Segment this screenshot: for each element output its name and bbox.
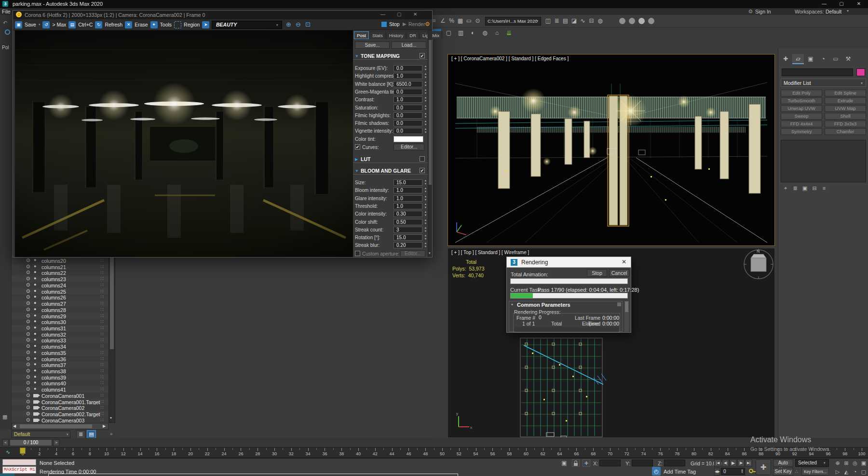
explorer-vscrollbar[interactable]: ▾ xyxy=(108,256,115,423)
vfb-maximize-icon[interactable]: ▢ xyxy=(397,12,401,17)
visibility-eye-icon[interactable]: ⊙ xyxy=(26,325,30,330)
spinner-arrows[interactable]: ▲▼ xyxy=(423,120,428,127)
y-coordinate-field[interactable] xyxy=(632,460,653,466)
history-icon[interactable]: ↺ xyxy=(42,21,50,28)
set-key-button[interactable]: Set Key xyxy=(773,468,793,476)
go-to-start-button[interactable]: |◀ xyxy=(714,459,721,467)
key-filters-button[interactable]: Key Filters... xyxy=(801,468,829,476)
lut-checkbox[interactable] xyxy=(420,156,425,162)
tab-display-icon[interactable]: ▭ xyxy=(830,54,841,64)
next-frame-step-button[interactable]: |▶ xyxy=(737,459,745,467)
macro-recorder-field[interactable] xyxy=(2,459,36,465)
custom-aperture-checkbox[interactable] xyxy=(355,251,360,256)
undo-icon[interactable]: ↶ xyxy=(3,20,7,26)
expand-footer-icon[interactable]: » xyxy=(110,431,113,436)
render-flag-icon[interactable]: ∷ xyxy=(100,276,103,281)
display-mode-button[interactable]: ≣ xyxy=(76,430,85,438)
vfb-scroll-thumb[interactable] xyxy=(429,40,432,185)
parameter-value-field[interactable]: 1.0 xyxy=(393,73,422,79)
vfb-scroll-down-icon[interactable]: ▾ xyxy=(429,251,431,255)
render-flag-icon[interactable]: ∷ xyxy=(100,288,103,294)
mirror-icon[interactable]: ◫ xyxy=(544,17,552,25)
visibility-eye-icon[interactable]: ⊙ xyxy=(26,380,30,385)
workspace-dropdown[interactable]: Default xyxy=(826,9,841,14)
refresh-button[interactable]: Refresh xyxy=(105,22,122,27)
modifier-button[interactable]: Edit Poly xyxy=(781,90,822,96)
remove-modifier-icon[interactable]: ⊟ xyxy=(811,184,818,192)
bloom-checkbox[interactable]: ✔ xyxy=(420,168,425,173)
pin-stack-icon[interactable]: ⌖ xyxy=(782,184,789,192)
visibility-eye-icon[interactable]: ⊙ xyxy=(26,270,30,275)
modifier-list-dropdown[interactable]: Modifier List ▾ xyxy=(781,79,866,87)
modifier-button[interactable]: Chamfer xyxy=(825,128,866,135)
color-tint-swatch[interactable] xyxy=(393,136,423,142)
aperture-editor-button[interactable]: Editor... xyxy=(400,250,425,257)
render-flag-icon[interactable]: ∷ xyxy=(100,313,103,318)
vfb-render-button[interactable]: Render xyxy=(408,21,425,27)
visibility-eye-icon[interactable]: ⊙ xyxy=(26,264,30,269)
render-flag-icon[interactable]: ∷ xyxy=(100,356,103,361)
toolbar-icon-uvw[interactable]: ▥ xyxy=(457,29,465,37)
selection-lock-icon[interactable] xyxy=(572,459,580,467)
play-button[interactable]: ▶ xyxy=(730,459,737,467)
render-flag-icon[interactable]: ∷ xyxy=(100,368,103,373)
rollout-collapse-icon[interactable]: ▾ xyxy=(511,302,513,307)
spinner-arrows[interactable]: ▲▼ xyxy=(423,203,428,210)
parameter-value-field[interactable]: 0.0 xyxy=(393,65,422,71)
pan-hand-icon[interactable]: ◭ xyxy=(842,468,850,476)
timeline-ruler[interactable]: ∿ 02468101214161820222426283032343638404… xyxy=(0,448,868,458)
erase-button[interactable]: Erase xyxy=(135,22,148,27)
parameter-value-field[interactable]: 15.0 xyxy=(393,234,422,241)
scene-object-row[interactable]: ⊙● columns34 ∷ xyxy=(12,343,108,350)
pan-navigation-button[interactable]: ✚ xyxy=(756,459,771,475)
align-icon[interactable]: ≣ xyxy=(553,17,561,25)
vscroll-thumb[interactable] xyxy=(110,258,114,349)
modifier-button[interactable]: Sweep xyxy=(781,113,822,120)
scene-object-row[interactable]: ⊙● columns21 ∷ xyxy=(12,264,108,270)
modifier-button[interactable]: Extrude xyxy=(825,97,866,104)
copy-button[interactable]: Ctrl+C xyxy=(78,22,93,27)
sign-in-button[interactable]: Sign In xyxy=(755,9,771,14)
modifier-button[interactable]: Shell xyxy=(825,113,866,120)
render-production-icon[interactable] xyxy=(638,18,645,24)
visibility-eye-icon[interactable]: ⊙ xyxy=(26,307,30,312)
absolute-mode-icon[interactable]: ✚ xyxy=(583,459,590,467)
render-flag-icon[interactable]: ∷ xyxy=(100,399,103,404)
render-flag-icon[interactable]: ∷ xyxy=(100,258,103,263)
parameter-value-field[interactable]: 0.0 xyxy=(393,105,422,111)
scene-object-row[interactable]: ⊙● columns27 ∷ xyxy=(12,300,108,307)
material-editor-icon[interactable]: ◍ xyxy=(596,17,604,25)
corona-chevrons-icon[interactable]: ⇊ xyxy=(505,29,513,37)
spinner-arrows[interactable]: ▲▼ xyxy=(423,65,428,72)
visibility-eye-icon[interactable]: ⊙ xyxy=(26,288,30,294)
left-viewport-empty[interactable] xyxy=(116,258,448,438)
vfb-titlebar[interactable]: ☺ Corona 6 (Hotfix 2) | 2000×1333px (1:2… xyxy=(13,11,432,19)
scene-object-row[interactable]: ⊙● columns37 ∷ xyxy=(12,362,108,368)
rendering-dialog[interactable]: 3 Rendering ✕ Total Animation: Stop Canc… xyxy=(506,257,631,333)
render-flag-icon[interactable]: ∷ xyxy=(100,307,103,312)
scene-object-row[interactable]: ⊙● columns32 ∷ xyxy=(12,331,108,338)
render-flag-icon[interactable]: ∷ xyxy=(100,362,103,367)
x-coordinate-field[interactable] xyxy=(599,460,621,466)
zoom-in-icon[interactable]: ⊕ xyxy=(286,21,291,28)
refresh-icon[interactable]: ↻ xyxy=(95,21,102,28)
scene-object-row[interactable]: ⊙ CoronaCamera001.Target ∷ xyxy=(12,399,108,405)
zoom-icon[interactable]: ⊕ xyxy=(834,459,841,467)
auto-key-button[interactable]: Auto Key xyxy=(773,459,793,467)
layer-manager-icon[interactable]: ▤ xyxy=(561,17,570,25)
toolbar-icon-sphere[interactable]: ◐ xyxy=(469,29,477,37)
region-icon[interactable] xyxy=(174,21,181,28)
dialog-close-icon[interactable]: ✕ xyxy=(622,258,626,265)
layer-dropdown[interactable]: Default xyxy=(12,431,70,438)
camera-viewport-label[interactable]: [ + ] [ CoronaCamera002 ] [ Standard ] [… xyxy=(451,56,569,61)
visibility-eye-icon[interactable]: ⊙ xyxy=(26,300,30,306)
spinner-arrows[interactable]: ▲▼ xyxy=(423,218,428,226)
curves-checkbox[interactable]: ✔ xyxy=(355,144,360,150)
top-viewport-label[interactable]: [ + ] [ Top ] [ Standard ] [ Wireframe ] xyxy=(451,250,529,255)
visibility-eye-icon[interactable]: ⊙ xyxy=(26,393,30,398)
go-to-end-button[interactable]: ▶| xyxy=(745,459,752,467)
selection-set-icon[interactable]: ⊙ xyxy=(474,17,482,25)
spinner-arrows[interactable]: ▲▼ xyxy=(423,127,428,135)
visibility-eye-icon[interactable]: ⊙ xyxy=(26,368,30,373)
render-flag-icon[interactable]: ∷ xyxy=(100,411,103,416)
